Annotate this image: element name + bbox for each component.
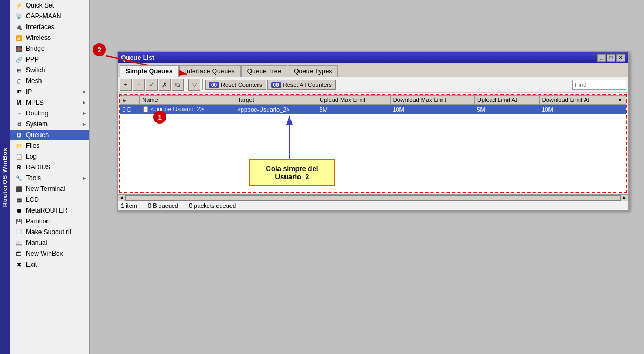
nav-label-mpls: MPLS	[26, 99, 44, 106]
sidebar-item-tools[interactable]: Tools►	[10, 173, 89, 183]
nav-label-queues: Queues	[26, 131, 49, 139]
nav-label-files: Files	[26, 142, 39, 149]
manual-icon	[14, 239, 24, 247]
column-header-6[interactable]: Download Limit At	[539, 96, 615, 105]
nav-label-interfaces: Interfaces	[26, 23, 55, 31]
sidebar-item-system[interactable]: System►	[10, 119, 89, 130]
sidebar-item-ip[interactable]: IP►	[10, 86, 89, 97]
sidebar-item-switch[interactable]: Switch	[10, 65, 89, 76]
sidebar-item-new-terminal[interactable]: New Terminal	[10, 183, 89, 194]
tab-queue-types[interactable]: Queue Types	[288, 65, 338, 77]
sidebar-item-exit[interactable]: Exit	[10, 259, 89, 270]
table-cell-0-1: 📋 <pppoe-Usuario_2>	[140, 105, 235, 114]
sidebar-item-queues[interactable]: Queues	[10, 130, 89, 140]
status-bar: 1 item 0 B queued 0 packets queued	[118, 201, 628, 210]
nav-label-wireless: Wireless	[26, 34, 51, 42]
close-button[interactable]: ✕	[616, 54, 625, 62]
metarouter-icon	[14, 206, 24, 215]
table-container: #NameTargetUpload Max LimitDownload Max …	[119, 94, 627, 193]
column-header-2[interactable]: Target	[235, 96, 317, 105]
sidebar-item-routing[interactable]: Routing►	[10, 108, 89, 119]
scroll-track[interactable]	[125, 195, 621, 201]
column-header-5[interactable]: Upload Limit At	[474, 96, 539, 105]
lcd-icon	[14, 195, 24, 204]
make-supout-icon	[14, 228, 24, 236]
horizontal-scrollbar[interactable]: ◄ ►	[118, 194, 628, 201]
table-cell-0-6: 10M	[539, 105, 615, 114]
annotation-circle-1: 1	[153, 111, 166, 124]
partition-icon	[14, 217, 24, 226]
sidebar-item-radius[interactable]: RADIUS	[10, 162, 89, 173]
sidebar-item-interfaces[interactable]: Interfaces	[10, 22, 89, 32]
exit-icon	[14, 260, 24, 269]
sidebar-item-bridge[interactable]: Bridge	[10, 43, 89, 54]
terminal-icon	[14, 185, 24, 193]
mesh-icon	[14, 77, 24, 85]
scroll-left-button[interactable]: ◄	[118, 195, 125, 201]
nav-label-exit: Exit	[26, 261, 37, 268]
nav-label-system: System	[26, 120, 48, 128]
nav-label-new-winbox: New WinBox	[26, 250, 63, 257]
arrow-icon: ►	[82, 89, 87, 94]
nav-label-mesh: Mesh	[26, 77, 42, 85]
sidebar-item-mesh[interactable]: Mesh	[10, 76, 89, 86]
column-header-3[interactable]: Upload Max Limit	[317, 96, 391, 105]
sidebar-item-partition[interactable]: Partition	[10, 216, 89, 227]
column-header-0[interactable]: #	[120, 96, 140, 105]
nav-label-quick-set: Quick Set	[26, 2, 54, 9]
reset-all-counters-button[interactable]: 00 Reset All Counters	[267, 80, 336, 90]
arrow-icon: ►	[82, 121, 87, 127]
item-count: 1 item	[121, 202, 137, 209]
reset-all-label: Reset All Counters	[283, 81, 332, 88]
queued-bytes: 0 B queued	[148, 202, 178, 209]
minimize-button[interactable]: _	[597, 54, 606, 62]
nav-label-manual: Manual	[26, 239, 47, 247]
queued-packets: 0 packets queued	[189, 202, 236, 209]
routing-icon	[14, 109, 24, 118]
tab-simple-queues[interactable]: Simple Queues	[120, 65, 179, 77]
arrow-icon: ►	[82, 100, 87, 105]
nav-label-new-terminal: New Terminal	[26, 185, 65, 193]
radius-icon	[14, 163, 24, 172]
sidebar-item-lcd[interactable]: LCD	[10, 194, 89, 205]
column-header-1[interactable]: Name	[140, 96, 235, 105]
table-cell-0-0: 0 D	[120, 105, 140, 114]
nav-label-tools: Tools	[26, 174, 41, 182]
nav-label-routing: Routing	[26, 110, 48, 117]
sidebar-item-quick-set[interactable]: Quick Set	[10, 0, 89, 11]
callout-arrow	[246, 108, 354, 167]
sidebar-item-new-winbox[interactable]: New WinBox	[10, 248, 89, 259]
sidebar-item-wireless[interactable]: Wireless	[10, 32, 89, 43]
column-header-4[interactable]: Download Max Limit	[390, 96, 474, 105]
scroll-right-button[interactable]: ►	[621, 195, 628, 201]
sidebar-item-capsman[interactable]: CAPsMAAN	[10, 11, 89, 22]
quick-set-icon	[14, 1, 24, 10]
reset-counters-badge: 00	[209, 82, 219, 88]
nav-label-lcd: LCD	[26, 196, 39, 203]
sidebar-item-mpls[interactable]: MPLS►	[10, 97, 89, 108]
annotation-circle-2: 2	[93, 43, 106, 56]
bridge-icon	[14, 44, 24, 53]
nav-label-ip: IP	[26, 88, 32, 96]
sidebar-item-manual[interactable]: Manual	[10, 237, 89, 248]
callout-annotation: Cola simpre del Usuario_2	[249, 159, 335, 186]
sidebar-item-log[interactable]: Log	[10, 151, 89, 162]
window-controls: _ □ ✕	[597, 54, 625, 62]
tab-queue-tree[interactable]: Queue Tree	[241, 65, 287, 77]
tools-icon	[14, 174, 24, 182]
nav-panel: Quick SetCAPsMAANInterfacesWirelessBridg…	[10, 0, 90, 354]
reset-counters-button[interactable]: 00 Reset Counters	[205, 80, 266, 90]
arrow-icon: ►	[82, 111, 87, 116]
table-cell-0-4: 10M	[390, 105, 474, 114]
find-input[interactable]	[572, 80, 626, 90]
queues-icon	[14, 131, 24, 139]
sidebar-item-files[interactable]: Files	[10, 140, 89, 151]
nav-label-capsman: CAPsMAAN	[26, 12, 61, 20]
maximize-button[interactable]: □	[607, 54, 615, 62]
column-header-7[interactable]: ▼	[615, 96, 626, 105]
sidebar-item-ppp[interactable]: PPP	[10, 54, 89, 65]
sidebar-item-make-supout[interactable]: Make Supout.rif	[10, 227, 89, 237]
table-row[interactable]: 0 D📋 <pppoe-Usuario_2><pppoe-Usuario_2>5…	[120, 105, 626, 114]
sidebar-item-metarouter[interactable]: MetaROUTER	[10, 205, 89, 216]
table-cell-0-5: 5M	[474, 105, 539, 114]
